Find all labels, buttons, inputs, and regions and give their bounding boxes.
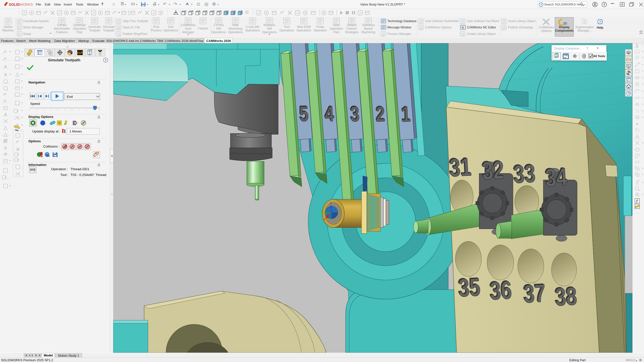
svg-text:Collisions :: Collisions : — [43, 145, 60, 148]
svg-text:A: A — [4, 146, 7, 150]
svg-text:Technology Database: Technology Database — [387, 19, 417, 23]
svg-text:34: 34 — [545, 163, 568, 192]
svg-text:Multiaxis: Multiaxis — [264, 23, 275, 27]
svg-text:Generate: Generate — [88, 25, 101, 29]
svg-text:?: ? — [105, 59, 106, 62]
svg-text:Navigation: Navigation — [28, 80, 45, 84]
svg-text:Turn: Turn — [284, 25, 290, 29]
svg-text:Feature: Feature — [346, 27, 357, 30]
svg-text:Manager: Manager — [182, 30, 194, 34]
svg-text:Speed: Speed — [30, 102, 40, 106]
svg-text:Update display at :: Update display at : — [32, 129, 60, 133]
svg-text:2: 2 — [375, 102, 385, 126]
svg-text:Toolpath: Toolpath — [89, 29, 100, 32]
svg-text:Plan: Plan — [76, 30, 83, 34]
svg-text:35: 35 — [458, 273, 481, 302]
svg-text:Default: Default — [347, 23, 357, 27]
svg-text:Hole: Hole — [232, 23, 239, 27]
svg-text:z: z — [324, 217, 326, 221]
svg-text:Help: Help — [597, 26, 603, 29]
svg-text:Save CL File: Save CL File — [123, 26, 140, 29]
svg-text:?: ? — [603, 3, 605, 7]
svg-text:32: 32 — [481, 156, 505, 185]
svg-text:Publish ShopFloor: Publish ShopFloor — [123, 32, 147, 36]
svg-text:CAMWorks: CAMWorks — [539, 26, 554, 29]
svg-text:Operations: Operations — [228, 30, 243, 34]
svg-text:Process: Process — [151, 29, 162, 32]
svg-text:Operation: Operation — [330, 27, 343, 30]
svg-text:38: 38 — [554, 282, 578, 311]
svg-text:Process Manager: Process Manager — [387, 32, 411, 36]
svg-text:Operation :: Operation : — [51, 167, 68, 171]
svg-text:Tool :: Tool : — [60, 173, 68, 177]
svg-text:A: A — [4, 112, 7, 117]
svg-text:Sync: Sync — [185, 27, 192, 30]
svg-text:Mill: Mill — [216, 27, 221, 30]
svg-text:33: 33 — [513, 159, 536, 189]
svg-text:CAMWorks: CAMWorks — [181, 23, 196, 27]
svg-text:Feature: Feature — [198, 27, 208, 30]
svg-text:?: ? — [540, 3, 542, 6]
svg-text:End: End — [67, 95, 73, 99]
svg-text:Thread-OD1: Thread-OD1 — [70, 167, 89, 171]
svg-text:User Defined Tool Block: User Defined Tool Block — [467, 19, 499, 23]
svg-text:All Tools: All Tools — [593, 55, 605, 58]
svg-text:x: x — [330, 201, 332, 205]
svg-text:Strategies: Strategies — [345, 30, 358, 34]
svg-text:4: 4 — [324, 102, 334, 126]
svg-text:Machinable: Machinable — [54, 27, 70, 30]
svg-text:Define: Define — [4, 25, 13, 29]
svg-text:T03 - 0.254x60° Thread: T03 - 0.254x60° Thread — [70, 173, 106, 177]
svg-text:5: 5 — [299, 102, 309, 126]
svg-text:JPG: JPG — [53, 155, 57, 158]
svg-text:Generate: Generate — [73, 23, 86, 27]
svg-text:Information: Information — [28, 163, 47, 167]
svg-text:Manager...: Manager... — [578, 29, 592, 32]
svg-text:Plan: Plan — [333, 30, 339, 34]
svg-text:Create Library Object: Create Library Object — [467, 32, 496, 36]
svg-text:Operations: Operations — [164, 29, 178, 32]
svg-text:Display Options: Display Options — [28, 115, 53, 119]
svg-text:2.5 Axis: 2.5 Axis — [213, 23, 224, 27]
svg-text:Setup: Setup — [23, 32, 31, 36]
svg-text:Components: Components — [555, 29, 574, 32]
svg-text:1: 1 — [401, 102, 411, 126]
svg-text:Step Thru Toolpath: Step Thru Toolpath — [123, 19, 148, 23]
svg-text:Insert Library Object: Insert Library Object — [508, 19, 536, 23]
svg-text:Toolpath: Toolpath — [103, 29, 114, 32]
svg-text:Operations: Operations — [245, 29, 260, 32]
svg-text:3 Axis Mill: 3 Axis Mill — [246, 25, 259, 29]
svg-text:31: 31 — [449, 153, 472, 182]
svg-text:Operations: Operations — [297, 29, 311, 32]
svg-text:?: ? — [599, 20, 601, 24]
svg-text:CAMWorks Options: CAMWorks Options — [425, 26, 452, 29]
svg-text:Operation: Operation — [73, 27, 86, 30]
svg-text:Probe: Probe — [316, 25, 324, 29]
svg-text:Machining: Machining — [229, 27, 243, 30]
svg-text:3: 3 — [350, 102, 360, 126]
svg-text:Segmentation: Segmentation — [575, 25, 594, 29]
svg-text:Display: Display — [559, 25, 570, 29]
svg-text:Simulate Toolpath: Simulate Toolpath — [48, 58, 80, 62]
svg-text:A: A — [4, 65, 7, 69]
svg-text:Coordinate System: Coordinate System — [23, 19, 49, 23]
svg-text:Publish eDrawings: Publish eDrawings — [508, 26, 533, 29]
svg-text:G: G — [462, 26, 464, 29]
svg-text:XYZ: XYZ — [30, 168, 35, 171]
svg-text:Tolerance: Tolerance — [362, 23, 375, 27]
svg-text:Options: Options — [28, 139, 41, 143]
svg-text:Operations: Operations — [262, 30, 277, 34]
svg-text:CAMWorks NC Editor: CAMWorks NC Editor — [467, 26, 496, 29]
svg-text:SOLIDWORKS: SOLIDWORKS — [9, 3, 33, 7]
svg-text:User Defined Tool/Holder: User Defined Tool/Holder — [425, 19, 459, 23]
svg-text:Wire EDM: Wire EDM — [297, 25, 311, 29]
svg-text:Machining: Machining — [361, 30, 375, 34]
svg-text:1 Moves: 1 Moves — [69, 129, 82, 133]
svg-text:Features: Features — [56, 30, 68, 34]
svg-text:Message Window: Message Window — [387, 26, 411, 29]
svg-text:Based: Based — [364, 27, 373, 30]
svg-text:Options: Options — [541, 29, 551, 33]
svg-text:Operations: Operations — [211, 30, 226, 34]
svg-text:Stock Manager: Stock Manager — [23, 26, 44, 29]
svg-text:36: 36 — [489, 276, 512, 305]
